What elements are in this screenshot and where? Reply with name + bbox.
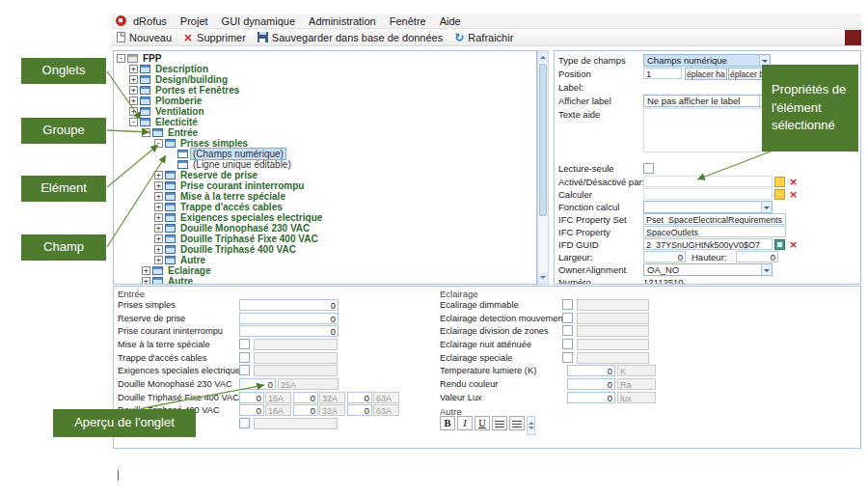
expander-icon[interactable]: + [129,75,138,84]
temperature-lumiere-field[interactable]: 0 [567,365,615,376]
numbered-list-button[interactable] [509,416,525,430]
lecture-seule-checkbox[interactable] [643,163,654,174]
expander-icon[interactable]: + [154,245,163,254]
tree-item-ventilation[interactable]: + Ventilation [114,106,536,117]
expander-icon[interactable]: - [117,54,125,63]
expander-icon[interactable]: + [142,266,150,275]
bold-button[interactable]: B [440,416,455,430]
clear-icon[interactable]: × [788,177,799,187]
afficher-label-select[interactable]: Ne pas afficher le label [643,95,771,107]
tree-item-mise-a-la-terre-speciale[interactable]: + Mise à la terre spéciale [114,191,536,202]
amp-count-field[interactable]: 0 [347,404,372,416]
tree-item-design-building[interactable]: + Design/building [114,74,536,85]
expander-icon[interactable]: - [154,139,163,148]
expander-icon[interactable]: + [154,192,163,201]
tree-item-autre-electicite[interactable]: + Autre [114,276,536,285]
tree-item-entree[interactable]: - Entrée [114,127,536,138]
prise-courant-field[interactable]: 0 [239,325,339,337]
amp-count-field[interactable]: 0 [239,404,264,416]
underline-button[interactable]: U [475,416,490,430]
menu-fenetre[interactable]: Fenêtre [383,15,433,27]
rendu-couleur-field[interactable]: 0 [567,378,615,390]
amp-count-field[interactable]: 0 [293,392,318,403]
tree-item-douille-triphase-400-vac[interactable]: + Douille Triphasé 400 VAC [114,244,536,255]
save-to-database-button[interactable]: Sauvegarder dans base de données [252,30,448,45]
amp-count-field[interactable]: 0 [239,392,264,403]
tree-item-douille-triphase-fixe-400-vac[interactable]: + Douille Triphasé Fixe 400 VAC [114,234,536,244]
scroll-down-icon[interactable] [538,273,548,284]
mise-a-la-terre-checkbox[interactable] [239,339,250,349]
tree-item-fpp[interactable]: - FPP [114,53,536,64]
tree-item-electicite[interactable]: - Electicité [114,117,536,127]
expander-icon[interactable]: - [142,128,150,137]
expander-icon[interactable]: + [142,277,150,285]
tree-item-trappe-dacces-cables[interactable]: + Trappe d'accés cables [114,202,536,212]
tree-item-plomberie[interactable]: + Plomberie [114,96,536,106]
owner-alignment-select[interactable]: OA_NO [643,263,773,276]
eclairage-checkbox[interactable] [562,313,573,323]
position-input[interactable]: 1 [643,68,682,79]
new-button[interactable]: Nouveau [111,30,177,45]
texte-aide-input[interactable] [643,108,771,152]
clear-icon[interactable]: × [788,239,799,250]
menu-administration[interactable]: Administration [302,15,383,27]
expander-icon[interactable]: + [154,224,163,233]
largeur-input[interactable]: 0 [643,251,686,262]
tree-scrollbar[interactable] [537,50,549,285]
type-de-champs-select[interactable]: Champs numérique [643,54,771,67]
refresh-button[interactable]: ↻ Rafraichir [448,30,519,45]
expander-icon[interactable]: + [154,171,163,179]
tree-item-ligne-unique-editable[interactable]: (Ligne unique éditable) [114,159,536,170]
tree-item-autre-entree[interactable]: + Autre [114,255,536,265]
tree-item-portes-et-fenetres[interactable]: + Portes et Fenêtres [114,85,536,96]
editor-scrollbar[interactable] [527,416,535,435]
eclairage-checkbox[interactable] [562,325,573,336]
clear-icon[interactable]: × [788,189,799,200]
menu-projet[interactable]: Projet [174,15,215,27]
expander-icon[interactable]: + [129,86,138,95]
reserve-de-prise-field[interactable]: 0 [239,313,339,324]
exigences-checkbox[interactable] [239,365,250,375]
menu-drofus[interactable]: dRofus [126,15,174,27]
move-up-button[interactable]: éplacer ha [685,68,727,80]
tree-item-description[interactable]: + Description [114,64,536,74]
expander-icon[interactable]: + [154,213,163,222]
scrollbar-thumb[interactable] [539,64,547,216]
expander-icon[interactable]: + [129,107,138,116]
prises-simples-field[interactable]: 0 [239,299,339,311]
amp-count-field[interactable]: 0 [347,392,372,403]
valeur-lux-field[interactable]: 0 [567,392,615,403]
expander-icon[interactable]: + [154,234,163,243]
ifc-property-set-input[interactable]: Pset_SpaceElectricalRequirements [643,213,786,225]
bullet-list-button[interactable] [492,416,507,430]
expander-icon[interactable]: + [129,65,138,73]
tree-item-prises-simples[interactable]: - Prises simples [114,138,536,149]
tree-item-prise-courant-ininterrompu[interactable]: + Prise courant ininterrompu [114,180,536,191]
delete-button[interactable]: × Supprimer [177,30,252,45]
trappe-dacces-checkbox[interactable] [239,352,250,363]
ifd-guid-input[interactable]: 2_37YSnUGHtNk500yV0$O7 [643,238,773,250]
menu-aide[interactable]: Aide [433,15,468,27]
amp-count-field[interactable]: 0 [293,404,318,416]
tree-item-douille-monophase-230-vac[interactable]: + Douille Monophasé 230 VAC [114,223,536,234]
calculer-input[interactable] [643,188,773,200]
eclairage-checkbox[interactable] [562,352,573,363]
eclairage-checkbox[interactable] [562,339,573,349]
fonction-calcul-select[interactable] [643,201,773,213]
tree-item-exigences-speciales-electrique[interactable]: + Exigences speciales electrique [114,212,536,223]
active-desactive-input[interactable] [643,176,773,187]
expander-icon[interactable]: - [129,118,138,126]
browse-icon[interactable] [774,189,785,200]
douille-monophase-field[interactable]: 0 [239,378,276,390]
browse-icon[interactable] [774,177,785,187]
ifd-browse-icon[interactable] [774,239,785,250]
tree-item-eclairage[interactable]: + Eclairage [114,265,536,276]
tree-item-champs-numerique[interactable]: (Champs numérique) [114,149,536,159]
autre-checkbox[interactable] [239,418,250,428]
menu-gui-dynamique[interactable]: GUI dynamique [215,15,302,27]
expander-icon[interactable]: + [154,256,163,264]
expander-icon[interactable]: + [154,181,163,190]
hauteur-input[interactable]: 0 [736,251,778,262]
ifc-property-input[interactable]: SpaceOutlets [643,226,786,237]
eclairage-checkbox[interactable] [562,299,573,310]
